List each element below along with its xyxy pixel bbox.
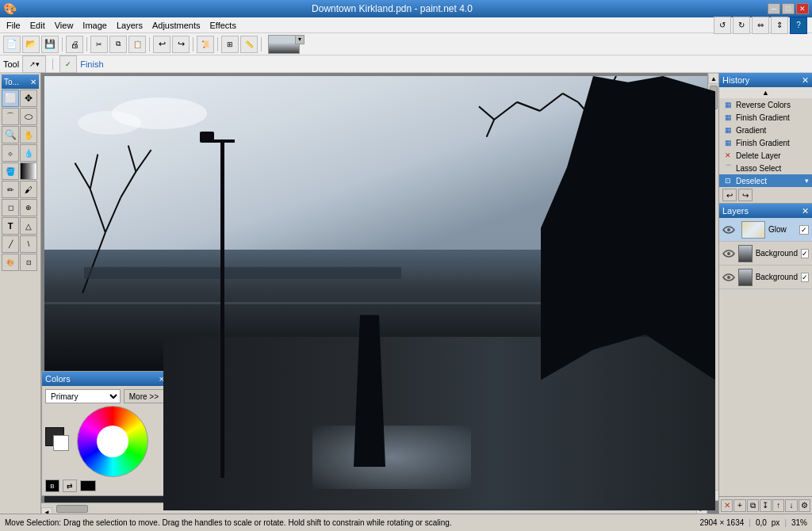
layers-close-button[interactable]: ✕: [802, 206, 809, 216]
curve-tool[interactable]: \: [20, 235, 37, 253]
help-btn[interactable]: ?: [790, 17, 807, 34]
layer-visibility-icon-0: [722, 222, 738, 238]
scrollbar-left-button[interactable]: ◄: [41, 507, 52, 514]
layer-thumbnail-0: [741, 221, 765, 239]
menu-edit[interactable]: Edit: [25, 19, 50, 32]
flip-h-btn[interactable]: ⇔: [752, 17, 769, 34]
history-item-0[interactable]: ▦ Reverse Colors: [719, 98, 812, 111]
history-item-2[interactable]: ▦ Gradient: [719, 124, 812, 136]
window-controls[interactable]: ─ □ ✕: [768, 3, 809, 14]
menu-view[interactable]: View: [50, 19, 79, 32]
save-button[interactable]: 💾: [41, 36, 59, 53]
zoom-tool[interactable]: 🔍: [2, 126, 19, 143]
menu-layers[interactable]: Layers: [112, 19, 147, 32]
toolbox-title: To... ✕: [2, 74, 39, 89]
history-icon-4: ✕: [722, 150, 733, 161]
history-item-3[interactable]: ▦ Finish Gradient: [719, 136, 812, 149]
background-swatch[interactable]: [53, 435, 69, 451]
history-redo-button[interactable]: ↪: [738, 189, 753, 201]
layer-item-0[interactable]: Glow ✓: [719, 218, 812, 242]
history-icon-6: ⊡: [722, 175, 733, 186]
color-swatches: [45, 427, 74, 456]
menu-adjustments[interactable]: Adjustments: [147, 19, 205, 32]
colors-more-button[interactable]: More >>: [124, 389, 164, 403]
undo-button[interactable]: ↩: [153, 36, 170, 53]
new-button[interactable]: 📄: [3, 36, 21, 53]
clone-stamp-tool[interactable]: ⊕: [20, 199, 37, 216]
ellipse-select-tool[interactable]: ⬭: [20, 108, 37, 125]
gradient-tool[interactable]: G: [20, 162, 37, 180]
rulers-button[interactable]: 📏: [240, 36, 258, 53]
copy-button[interactable]: ⧉: [109, 36, 127, 53]
history-item-4[interactable]: ✕ Delete Layer: [719, 149, 812, 162]
rotate-left-btn[interactable]: ↺: [714, 17, 731, 34]
history-close-button[interactable]: ✕: [802, 75, 809, 86]
minimize-button[interactable]: ─: [768, 3, 780, 14]
svg-point-18: [727, 252, 730, 255]
right-panel: History ✕ ▲ ▦ Reverse Colors ▦ Finish Gr…: [718, 73, 812, 514]
thumbnail-arrow[interactable]: ▾: [295, 35, 304, 44]
close-button[interactable]: ✕: [796, 3, 809, 14]
history-label-3: Finish Gradient: [736, 139, 790, 147]
paintbrush-tool[interactable]: 🖌: [20, 181, 37, 198]
history-item-5[interactable]: ⌒ Lasso Select: [719, 162, 812, 174]
layer-item-2[interactable]: Background ✓: [719, 266, 812, 289]
history-undo-button[interactable]: ↩: [722, 189, 737, 201]
history-toggle-button[interactable]: 📜: [197, 36, 214, 53]
color-swap-button[interactable]: ⇄: [63, 479, 77, 492]
layers-title: Layers ✕: [719, 204, 812, 218]
print-button[interactable]: 🖨: [66, 36, 83, 53]
checkmark-button[interactable]: ✓: [59, 55, 77, 73]
history-scroll-up[interactable]: ▲: [719, 87, 812, 98]
layer-add-button[interactable]: +: [733, 499, 745, 512]
tool-select[interactable]: ↗▾: [22, 55, 46, 73]
layer-visible-1[interactable]: ✓: [801, 249, 809, 258]
layer-item-1[interactable]: Background ✓: [719, 242, 812, 266]
color-pick-tool[interactable]: 💧: [20, 144, 37, 162]
pencil-tool[interactable]: ✏: [2, 181, 19, 198]
menu-image[interactable]: Image: [78, 19, 112, 32]
paintbucket-tool[interactable]: 🪣: [2, 162, 19, 180]
eraser-tool[interactable]: ◻: [2, 199, 19, 216]
layer-visible-2[interactable]: ✓: [801, 273, 809, 282]
pan-tool[interactable]: ✋: [20, 126, 37, 143]
maximize-button[interactable]: □: [782, 3, 795, 14]
layer-move-up-button[interactable]: ↑: [772, 499, 784, 512]
menu-file[interactable]: File: [2, 19, 25, 32]
line-tool[interactable]: ╱: [2, 235, 19, 253]
flip-v-btn[interactable]: ⇕: [771, 17, 788, 34]
colors-mode-select[interactable]: Primary Secondary: [45, 389, 121, 403]
grid-button[interactable]: ⊞: [221, 36, 239, 53]
rotate-right-btn[interactable]: ↻: [733, 17, 750, 34]
layer-merge-button[interactable]: ↧: [760, 499, 772, 512]
scrollbar-up-button[interactable]: ▲: [708, 73, 718, 84]
colors-body: Primary Secondary More >> B: [42, 386, 167, 495]
window-title: Downtown Kirkland.pdn - paint.net 4.0: [17, 3, 768, 14]
rectangle-select-tool[interactable]: ⬜: [2, 90, 19, 107]
toolbox-close[interactable]: ✕: [30, 78, 36, 86]
color-reset-button[interactable]: B: [45, 479, 59, 492]
open-button[interactable]: 📂: [22, 36, 40, 53]
text-tool[interactable]: T: [2, 217, 19, 235]
scrollbar-thumb-h[interactable]: [56, 505, 88, 513]
history-item-1[interactable]: ▦ Finish Gradient: [719, 111, 812, 124]
layer-visible-0[interactable]: ✓: [799, 225, 809, 235]
lasso-select-tool[interactable]: ⌒: [2, 108, 19, 125]
move-selection-tool[interactable]: ✥: [20, 90, 37, 107]
recolor-tool[interactable]: 🎨: [2, 254, 19, 271]
paste-button[interactable]: 📋: [128, 36, 146, 53]
shape-tool[interactable]: △: [20, 217, 37, 235]
cut-button[interactable]: ✂: [90, 36, 108, 53]
layer-move-down-button[interactable]: ↓: [785, 499, 797, 512]
magic-wand-tool[interactable]: ⟐: [2, 144, 19, 162]
history-item-6[interactable]: ⊡ Deselect ▾: [719, 174, 812, 187]
selection-tool[interactable]: ⊡: [20, 254, 37, 271]
menu-effects[interactable]: Effects: [205, 19, 241, 32]
redo-button[interactable]: ↪: [172, 36, 190, 53]
layer-duplicate-button[interactable]: ⧉: [747, 499, 759, 512]
layer-properties-button[interactable]: ⚙: [799, 499, 810, 512]
history-checkmark: ▾: [805, 177, 809, 185]
layers-panel: Layers ✕ Glow ✓ Background ✓: [719, 204, 812, 514]
color-wheel[interactable]: [77, 406, 148, 477]
layer-delete-button[interactable]: ✕: [721, 499, 733, 512]
